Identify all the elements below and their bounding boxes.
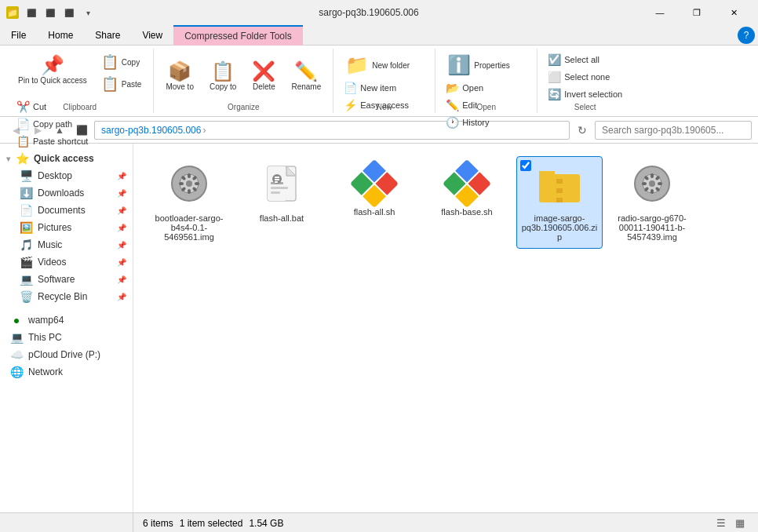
pin-icon-software: 📌	[117, 275, 126, 284]
main-layout: ▾ ⭐ Quick access 🖥️ Desktop 📌 ⬇️ Downloa…	[0, 144, 758, 512]
ribbon-tabs: File Home Share View Compressed Folder T…	[0, 25, 758, 46]
network-icon: 🌐	[9, 366, 24, 378]
sidebar-item-music[interactable]: 🎵 Music 📌	[0, 236, 133, 253]
file-flash-base[interactable]: flash-base.sh	[424, 156, 510, 249]
history-button[interactable]: 🕐 History	[442, 115, 493, 130]
sidebar-item-downloads[interactable]: ⬇️ Downloads 📌	[0, 184, 133, 202]
list-view-button[interactable]: ☰	[712, 515, 730, 532]
sidebar-label-documents: Documents	[38, 205, 86, 216]
copy-to-button[interactable]: 📋 Copy to	[204, 58, 242, 95]
copy-button[interactable]: 📋 Copy	[96, 52, 148, 72]
maximize-button[interactable]: ❐	[679, 0, 715, 25]
tab-view[interactable]: View	[131, 25, 173, 46]
tab-file[interactable]: File	[0, 25, 37, 46]
invert-icon: 🔄	[548, 88, 561, 100]
tab-compressed-folder-tools[interactable]: Compressed Folder Tools	[173, 25, 303, 46]
paste-button[interactable]: 📋 Paste	[96, 74, 148, 94]
select-none-icon: ⬜	[548, 71, 561, 83]
quick-access-btn3[interactable]: ⬛	[61, 5, 77, 20]
pin-icon-documents: 📌	[117, 206, 126, 215]
documents-icon: 📄	[19, 204, 33, 217]
tab-share[interactable]: Share	[84, 25, 131, 46]
status-bar-content: 6 items 1 item selected 1.54 GB ☰ ▦	[133, 515, 758, 532]
quick-access-btn1[interactable]: ⬛	[24, 5, 39, 20]
file-flash-bat[interactable]: flash-all.bat	[239, 156, 325, 249]
select-none-button[interactable]: ⬜ Select none	[544, 69, 614, 85]
forward-button[interactable]: ▶	[28, 121, 47, 140]
history-icon: 🕐	[446, 116, 459, 129]
sidebar-item-recycle-bin[interactable]: 🗑️ Recycle Bin 📌	[0, 288, 133, 305]
copy-to-icon: 📋	[211, 62, 235, 81]
delete-button[interactable]: ❌ Delete	[246, 58, 281, 95]
pin-quick-access-button[interactable]: 📌 Pin to Quick access	[13, 52, 93, 89]
svg-point-3	[188, 173, 191, 178]
sidebar-item-software[interactable]: 💻 Software 📌	[0, 271, 133, 288]
delete-icon: ❌	[252, 62, 275, 81]
wamp64-icon: ●	[9, 314, 24, 326]
search-input[interactable]	[595, 121, 752, 140]
sidebar-item-desktop[interactable]: 🖥️ Desktop 📌	[0, 167, 133, 184]
select-group: ☑️ Select all ⬜ Select none 🔄 Invert sel…	[538, 49, 632, 113]
svg-rect-27	[556, 184, 563, 188]
file-bootloader[interactable]: bootloader-sargo-b4s4-0.1-5469561.img	[146, 156, 232, 249]
new-folder-button[interactable]: 📁 New folder	[340, 52, 415, 78]
title-bar: ⬛ ⬛ ⬛ ▾ sargo-pq3b.190605.006 — ❐ ✕	[0, 0, 758, 25]
music-icon: 🎵	[19, 239, 33, 251]
img-icon-bootloader	[169, 163, 210, 210]
pin-icon-music: 📌	[117, 241, 126, 250]
sidebar-item-this-pc[interactable]: 💻 This PC	[0, 329, 133, 346]
new-item-button[interactable]: 📄 New item	[340, 80, 400, 96]
details-view-button[interactable]: ▦	[731, 515, 749, 532]
sidebar-label-network: Network	[28, 366, 63, 377]
bat-icon	[261, 163, 302, 210]
sidebar-item-videos[interactable]: 🎬 Videos 📌	[0, 253, 133, 271]
file-image-zip[interactable]: image-sargo-pq3b.190605.006.zip	[516, 156, 603, 249]
file-content-area[interactable]: bootloader-sargo-b4s4-0.1-5469561.img	[133, 144, 758, 512]
file-name-flash-base: flash-base.sh	[441, 207, 492, 217]
move-icon: 📦	[168, 62, 191, 81]
ribbon-content: 📌 Pin to Quick access 📋 Copy 📋 Paste	[0, 46, 758, 116]
new-folder-icon: 📁	[345, 56, 369, 75]
svg-point-32	[650, 173, 654, 178]
svg-point-36	[650, 189, 654, 194]
sidebar-label-videos: Videos	[38, 257, 66, 268]
file-radio-img[interactable]: radio-sargo-g670-00011-190411-b-5457439.…	[609, 156, 695, 249]
pin-icon-recycle-bin: 📌	[117, 293, 126, 301]
back-button[interactable]: ◀	[6, 121, 25, 140]
sidebar-item-network[interactable]: 🌐 Network	[0, 363, 133, 381]
path-separator: ›	[202, 125, 206, 136]
window-title: sargo-pq3b.190605.006	[96, 7, 642, 18]
rename-button[interactable]: ✏️ Rename	[286, 58, 326, 95]
properties-icon: ℹ️	[447, 56, 471, 75]
select-all-button[interactable]: ☑️ Select all	[544, 52, 603, 67]
quick-access-dropdown[interactable]: ▾	[80, 5, 96, 20]
help-button[interactable]: ?	[738, 27, 755, 44]
minimize-button[interactable]: —	[642, 0, 678, 25]
copy-icon: 📋	[101, 55, 118, 69]
quick-access-btn2[interactable]: ⬛	[42, 5, 58, 20]
invert-selection-button[interactable]: 🔄 Invert selection	[544, 86, 626, 102]
pcloud-icon: ☁️	[9, 348, 24, 361]
sh-icon-flash-base	[446, 163, 487, 204]
close-button[interactable]: ✕	[716, 0, 752, 25]
refresh-button[interactable]: ↻	[573, 121, 592, 140]
sidebar-item-documents[interactable]: 📄 Documents 📌	[0, 202, 133, 219]
folder-icon	[6, 6, 19, 19]
properties-button[interactable]: ℹ️ Properties	[442, 52, 516, 78]
sh-icon-flash-all	[354, 163, 395, 204]
desktop-icon: 🖥️	[19, 169, 33, 182]
quick-access-bar: ⬛ ⬛ ⬛ ▾	[24, 5, 96, 20]
open-button[interactable]: 📂 Open	[442, 80, 487, 96]
svg-rect-28	[556, 193, 563, 198]
sidebar-label-downloads: Downloads	[38, 188, 84, 199]
file-flash-sh[interactable]: flash-all.sh	[331, 156, 417, 249]
pictures-icon: 🖼️	[19, 221, 33, 234]
file-checkbox-zip[interactable]	[520, 160, 531, 171]
sidebar-item-pictures[interactable]: 🖼️ Pictures 📌	[0, 219, 133, 236]
sidebar-item-pcloud[interactable]: ☁️ pCloud Drive (P:)	[0, 346, 133, 363]
svg-point-9	[179, 182, 184, 185]
sidebar-label-software: Software	[38, 274, 75, 285]
sidebar-item-wamp64[interactable]: ● wamp64	[0, 312, 133, 329]
tab-home[interactable]: Home	[37, 25, 84, 46]
move-to-button[interactable]: 📦 Move to	[160, 58, 199, 95]
